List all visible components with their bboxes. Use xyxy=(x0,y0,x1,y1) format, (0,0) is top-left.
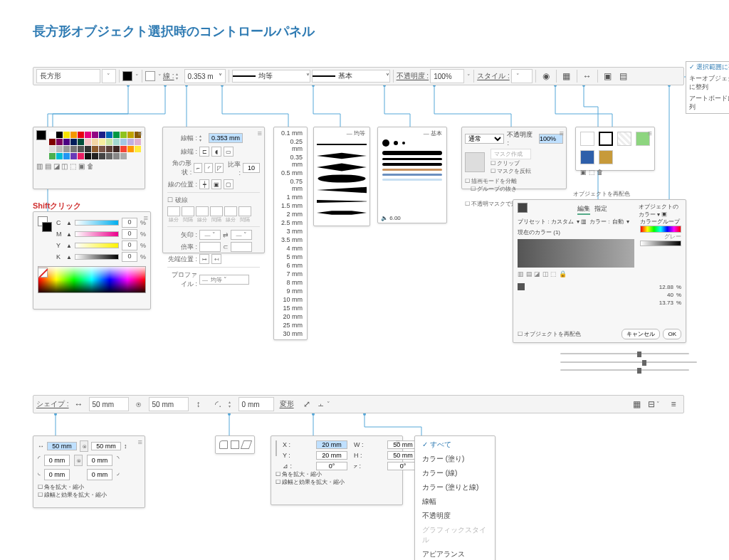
cap-butt[interactable]: ⊏ xyxy=(199,147,209,157)
swatch[interactable] xyxy=(56,146,63,152)
fill-stroke-proxy2[interactable] xyxy=(38,216,51,246)
w-input[interactable] xyxy=(47,442,77,450)
dash-input[interactable] xyxy=(210,206,223,216)
swatch[interactable] xyxy=(99,146,105,152)
dash-input[interactable] xyxy=(224,206,237,216)
opacity-label[interactable]: 不透明度 : xyxy=(397,71,429,81)
swatch[interactable] xyxy=(92,146,98,152)
width-option[interactable]: 7 mm xyxy=(274,270,307,278)
x-input[interactable] xyxy=(316,440,347,449)
swatch[interactable] xyxy=(92,132,98,138)
swatch[interactable] xyxy=(70,153,77,159)
swatch[interactable] xyxy=(106,139,112,145)
menu-item[interactable]: 不透明度 xyxy=(415,509,495,523)
arrow-start[interactable]: — xyxy=(199,230,221,240)
swatch[interactable] xyxy=(99,153,105,159)
r2-input[interactable] xyxy=(87,455,112,466)
align-panel-icon[interactable]: ▦ xyxy=(629,397,644,411)
swatch[interactable] xyxy=(127,146,134,152)
dashed-check[interactable] xyxy=(167,196,175,204)
align-to-option[interactable]: 選択範囲に整列 xyxy=(686,62,729,73)
swatch[interactable] xyxy=(106,146,112,152)
object-type-dropdown[interactable] xyxy=(102,69,116,83)
swatch[interactable] xyxy=(49,132,56,138)
align-outside[interactable]: ▢ xyxy=(224,179,234,189)
similar-select-icon[interactable]: ⫠ xyxy=(317,397,331,411)
align-icon[interactable]: ▦ xyxy=(560,69,574,83)
swatch[interactable] xyxy=(127,139,134,145)
swatch[interactable] xyxy=(78,139,84,145)
swatch[interactable] xyxy=(99,132,105,138)
swatch[interactable] xyxy=(63,132,70,138)
select-similar-menu[interactable]: すべてカラー (塗り)カラー (線)カラー (塗りと線)線幅不透明度グラフィック… xyxy=(414,435,495,560)
swatch[interactable] xyxy=(120,132,127,138)
more-icon[interactable]: ▤ xyxy=(617,69,631,83)
swatch[interactable] xyxy=(120,146,127,152)
height-field[interactable]: 50 mm xyxy=(149,397,189,411)
scale-corners-check2[interactable]: 角を拡大・縮小 xyxy=(276,471,322,477)
dash-input[interactable] xyxy=(238,206,251,216)
panel-menu-icon[interactable]: ≡ xyxy=(138,438,142,446)
none-swatch[interactable] xyxy=(38,268,48,278)
width-option[interactable]: 8 mm xyxy=(274,278,307,287)
stroke-label[interactable]: 線 : xyxy=(163,71,174,81)
swatch[interactable] xyxy=(113,146,120,152)
swatch[interactable] xyxy=(70,139,77,145)
ok-button[interactable]: OK xyxy=(663,329,681,339)
swatch[interactable] xyxy=(135,146,141,152)
menu-item[interactable]: 線幅 xyxy=(415,495,495,509)
recolor-icon[interactable]: ◉ xyxy=(539,69,553,83)
shape-label[interactable]: シェイプ : xyxy=(36,399,69,409)
width-option[interactable]: 2.5 mm xyxy=(274,218,307,227)
style-select[interactable] xyxy=(511,69,533,83)
width-option[interactable]: 1 mm xyxy=(274,193,307,201)
menu-item[interactable]: カラー (線) xyxy=(415,466,495,480)
cancel-button[interactable]: キャンセル xyxy=(622,329,660,339)
width-option[interactable]: 10 mm xyxy=(274,295,307,304)
width-profile-panel[interactable]: — 均等 xyxy=(313,127,370,226)
swatch-grid[interactable] xyxy=(49,132,142,159)
align-to-option[interactable]: アートボードに整列 xyxy=(686,93,729,113)
swatch[interactable] xyxy=(92,153,98,159)
swatch[interactable] xyxy=(99,139,105,145)
swatch[interactable] xyxy=(49,146,56,152)
corner-type-icon[interactable]: ◜. xyxy=(211,397,226,411)
align-to-menu[interactable]: 選択範囲に整列キーオブジェクトに整列アートボードに整列 xyxy=(686,61,729,114)
stroke-swatch-dropdown[interactable] xyxy=(157,72,162,80)
swatch[interactable] xyxy=(56,139,63,145)
iso-check[interactable]: 描画モードを分離 xyxy=(465,177,563,185)
swatch[interactable] xyxy=(63,153,70,159)
slider-track[interactable] xyxy=(75,243,119,248)
miter-limit-input[interactable] xyxy=(243,163,260,173)
corner-stepper[interactable] xyxy=(229,398,236,411)
menu-item[interactable]: アピアランス xyxy=(415,547,495,560)
swatch[interactable] xyxy=(70,146,77,152)
tab-assign[interactable]: 指定 xyxy=(594,204,607,215)
align-inside[interactable]: ▣ xyxy=(211,179,221,189)
arrow-scale1[interactable] xyxy=(199,242,221,252)
swatch[interactable] xyxy=(120,153,127,159)
join-round[interactable]: ◜ xyxy=(204,163,213,173)
stroke-width-list[interactable]: 0.1 mm0.25 mm0.35 mm0.5 mm0.75 mm1 mm1.5… xyxy=(273,127,308,340)
swatch[interactable] xyxy=(49,139,56,145)
panel-menu-icon[interactable]: ≡ xyxy=(648,129,652,137)
width-option[interactable]: 5 mm xyxy=(274,253,307,261)
swatch[interactable] xyxy=(63,139,70,145)
swatch[interactable] xyxy=(106,132,112,138)
swatch[interactable] xyxy=(78,153,84,159)
colors-value[interactable]: 自動 xyxy=(612,218,624,226)
dash-input[interactable] xyxy=(167,206,180,216)
panel-menu-icon[interactable]: ≡ xyxy=(396,438,400,446)
width-field[interactable]: 50 mm xyxy=(89,397,129,411)
join-bevel[interactable]: ◸ xyxy=(215,163,224,173)
swatch[interactable] xyxy=(49,153,56,159)
arrow-align2[interactable]: ↤ xyxy=(211,254,221,264)
corner-field[interactable]: 0 mm xyxy=(238,397,274,411)
swatch[interactable] xyxy=(135,139,141,145)
width-option[interactable]: 20 mm xyxy=(274,312,307,321)
panel-menu-icon[interactable]: ≡ xyxy=(138,129,142,137)
width-option[interactable]: 25 mm xyxy=(274,321,307,329)
isolate-icon[interactable]: ▣ xyxy=(601,69,615,83)
channel-value[interactable]: 0 xyxy=(122,252,137,262)
panel-menu-icon[interactable]: ≡ xyxy=(560,129,564,137)
